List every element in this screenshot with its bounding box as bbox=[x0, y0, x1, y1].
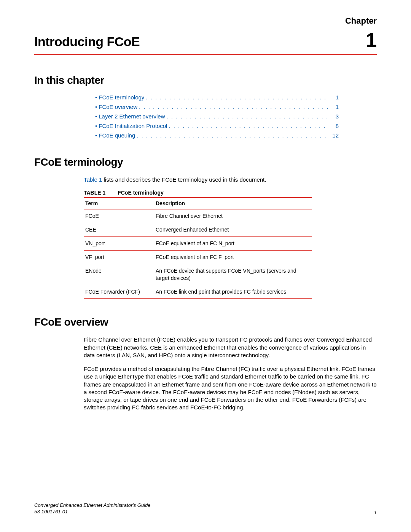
footer-page-number: 1 bbox=[374, 510, 377, 515]
overview-paragraph-1: Fibre Channel over Ethernet (FCoE) enabl… bbox=[84, 336, 377, 359]
term-cell: VN_port bbox=[84, 237, 154, 251]
table-caption-title: FCoE terminology bbox=[118, 190, 164, 196]
desc-cell: Converged Enhanced Ethernet bbox=[154, 223, 312, 237]
bullet-icon: • bbox=[95, 94, 97, 101]
table-row: VF_port FCoE equivalent of an FC F_port bbox=[84, 250, 312, 264]
column-description: Description bbox=[154, 198, 312, 209]
terminology-intro: Table 1 lists and describes the FCoE ter… bbox=[84, 176, 377, 184]
toc-page: 12 bbox=[330, 132, 339, 139]
table-row: VN_port FCoE equivalent of an FC N_port bbox=[84, 237, 312, 251]
toc-leader bbox=[169, 123, 329, 129]
desc-cell: Fibre Channel over Ethernet bbox=[154, 209, 312, 223]
toc-page: 3 bbox=[330, 113, 339, 120]
toc-label: FCoE terminology bbox=[99, 94, 144, 101]
toc-leader bbox=[137, 132, 329, 139]
toc-item[interactable]: • FCoE overview 1 bbox=[95, 104, 339, 110]
toc-item[interactable]: • FCoE terminology 1 bbox=[95, 94, 339, 101]
terminology-table: Term Description FCoE Fibre Channel over… bbox=[84, 197, 312, 299]
toc-page: 1 bbox=[330, 104, 339, 110]
bullet-icon: • bbox=[95, 113, 97, 120]
desc-cell: FCoE equivalent of an FC F_port bbox=[154, 250, 312, 264]
table-row: FCoE Forwarder (FCF) An FCoE link end po… bbox=[84, 285, 312, 299]
section-fcoe-terminology: FCoE terminology bbox=[34, 156, 377, 168]
toc-label: Layer 2 Ethernet overview bbox=[99, 113, 165, 120]
toc-label: FCoE Initialization Protocol bbox=[99, 123, 167, 129]
bullet-icon: • bbox=[95, 104, 97, 110]
chapter-number: 1 bbox=[366, 29, 377, 51]
desc-cell: FCoE equivalent of an FC N_port bbox=[154, 237, 312, 251]
overview-paragraph-2: FCoE provides a method of encapsulating … bbox=[84, 365, 377, 412]
table-1: TABLE 1 FCoE terminology Term Descriptio… bbox=[84, 190, 312, 299]
term-cell: FCoE bbox=[84, 209, 154, 223]
toc-leader bbox=[167, 113, 329, 120]
section-in-this-chapter: In this chapter bbox=[34, 74, 377, 86]
desc-cell: An FCoE device that supports FCoE VN_por… bbox=[154, 264, 312, 285]
toc-leader bbox=[139, 104, 329, 110]
table-1-link[interactable]: Table 1 bbox=[84, 176, 102, 183]
footer-doc-id: 53-1001761-01 bbox=[34, 509, 151, 515]
column-term: Term bbox=[84, 198, 154, 209]
toc-item[interactable]: • FCoE queuing 12 bbox=[95, 132, 339, 139]
table-row: ENode An FCoE device that supports FCoE … bbox=[84, 264, 312, 285]
chapter-label: Chapter bbox=[345, 16, 377, 26]
term-cell: FCoE Forwarder (FCF) bbox=[84, 285, 154, 299]
toc-label: FCoE queuing bbox=[99, 132, 135, 139]
chapter-header: Chapter Introducing FCoE 1 bbox=[34, 34, 377, 55]
toc-page: 1 bbox=[330, 94, 339, 101]
footer-doc-title: Converged Enhanced Ethernet Administrato… bbox=[34, 502, 151, 509]
term-cell: ENode bbox=[84, 264, 154, 285]
bullet-icon: • bbox=[95, 132, 97, 139]
table-caption: TABLE 1 FCoE terminology bbox=[84, 190, 312, 196]
table-caption-label: TABLE 1 bbox=[84, 190, 105, 196]
table-row: CEE Converged Enhanced Ethernet bbox=[84, 223, 312, 237]
toc-page: 8 bbox=[330, 123, 339, 129]
desc-cell: An FCoE link end point that provides FC … bbox=[154, 285, 312, 299]
toc-item[interactable]: • FCoE Initialization Protocol 8 bbox=[95, 123, 339, 129]
term-cell: CEE bbox=[84, 223, 154, 237]
section-fcoe-overview: FCoE overview bbox=[34, 316, 377, 328]
term-cell: VF_port bbox=[84, 250, 154, 264]
terminology-intro-text: lists and describes the FCoE terminology… bbox=[102, 176, 266, 183]
table-row: FCoE Fibre Channel over Ethernet bbox=[84, 209, 312, 223]
toc-list: • FCoE terminology 1 • FCoE overview 1 •… bbox=[95, 94, 339, 139]
toc-leader bbox=[146, 94, 329, 101]
page-footer: Converged Enhanced Ethernet Administrato… bbox=[34, 502, 377, 515]
bullet-icon: • bbox=[95, 123, 97, 129]
toc-label: FCoE overview bbox=[99, 104, 137, 110]
chapter-title: Introducing FCoE bbox=[34, 34, 377, 49]
toc-item[interactable]: • Layer 2 Ethernet overview 3 bbox=[95, 113, 339, 120]
